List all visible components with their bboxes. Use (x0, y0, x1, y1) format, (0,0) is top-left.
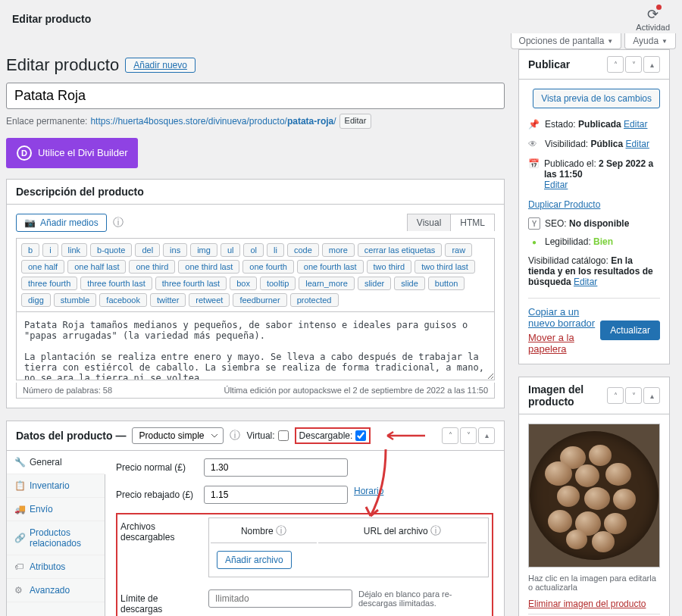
preview-changes-button[interactable]: Vista previa de los cambios (533, 89, 660, 108)
quicktag-digg[interactable]: digg (21, 293, 51, 307)
update-button[interactable]: Actualizar (600, 321, 660, 340)
tab-linked[interactable]: 🔗Productos relacionados (7, 521, 105, 555)
edit-visibility-link[interactable]: Editar (626, 139, 649, 149)
help-icon[interactable]: ⓘ (276, 524, 286, 536)
quicktag-i[interactable]: i (42, 243, 58, 257)
product-image-thumbnail[interactable] (528, 424, 660, 568)
quicktag-img[interactable]: img (190, 243, 217, 257)
quicktag-feedburner[interactable]: feedburner (233, 293, 286, 307)
quicktag-twitter[interactable]: twitter (150, 293, 186, 307)
help-tab[interactable]: Ayuda (624, 33, 676, 49)
panel-up-button[interactable]: ˄ (607, 387, 624, 404)
panel-toggle-button[interactable]: ▴ (643, 387, 660, 404)
quicktag-facebook[interactable]: facebook (99, 293, 147, 307)
panel-down-button[interactable]: ˅ (625, 387, 642, 404)
quicktag-cerrar-las-etiquetas[interactable]: cerrar las etiquetas (358, 243, 443, 257)
edit-status-link[interactable]: Editar (624, 119, 647, 130)
quicktag-one-third[interactable]: one third (129, 260, 175, 274)
panel-down-button[interactable]: ˅ (625, 56, 642, 73)
divi-builder-button[interactable]: D Utilice el Divi Builder (6, 138, 138, 168)
add-file-button[interactable]: Añadir archivo (217, 551, 292, 569)
panel-toggle-button[interactable]: ▴ (478, 427, 495, 444)
quicktag-raw[interactable]: raw (445, 243, 472, 257)
tab-shipping[interactable]: 🚚Envío (7, 498, 105, 521)
quicktag-two-third-last[interactable]: two third last (415, 260, 475, 274)
add-media-button[interactable]: 📷 Añadir medios (16, 214, 107, 232)
html-tab[interactable]: HTML (451, 214, 494, 231)
edit-catalog-link[interactable]: Editar (574, 277, 597, 287)
product-type-select[interactable]: Producto simple (132, 427, 224, 444)
help-icon[interactable]: ⓘ (230, 429, 240, 442)
quicktag-link[interactable]: link (61, 243, 88, 257)
quicktag-one-half-last[interactable]: one half last (67, 260, 126, 274)
quicktag-one-third-last[interactable]: one third last (178, 260, 239, 274)
quicktag-two-third[interactable]: two third (367, 260, 412, 274)
quicktag-three-fourth[interactable]: three fourth (21, 277, 77, 290)
downloadable-checkbox-label[interactable]: Descargable: (295, 427, 371, 444)
help-icon[interactable]: ⓘ (430, 524, 441, 536)
panel-up-button[interactable]: ˄ (442, 427, 458, 444)
download-limit-input[interactable] (208, 589, 352, 608)
quicktag-three-fourth-last[interactable]: three fourth last (80, 277, 152, 290)
gear-icon: ⚙ (14, 585, 25, 596)
quicktag-more[interactable]: more (322, 243, 355, 257)
quicktag-button[interactable]: button (428, 277, 465, 290)
word-count: Número de palabras: 58 (23, 386, 112, 395)
quicktag-slide[interactable]: slide (394, 277, 425, 290)
downloads-table: Nombre ⓘ URL del archivo ⓘ Añadir archiv… (208, 518, 489, 577)
quicktag-protected[interactable]: protected (290, 293, 339, 307)
add-new-button[interactable]: Añadir nuevo (125, 58, 196, 73)
calendar-icon: 📅 (528, 158, 540, 169)
quicktag-tooltip[interactable]: tooltip (260, 277, 296, 290)
help-icon[interactable]: ⓘ (113, 216, 124, 230)
panel-toggle-button[interactable]: ▴ (643, 56, 660, 73)
content-editor[interactable]: Patata Roja tamaños medianos y pequeños,… (16, 312, 495, 380)
move-to-trash-link[interactable]: Mover a la papelera (528, 332, 600, 355)
quicktag-learn_more[interactable]: learn_more (299, 277, 355, 290)
visual-tab[interactable]: Visual (408, 214, 451, 231)
edit-slug-button[interactable]: Editar (339, 114, 372, 129)
quicktag-ol[interactable]: ol (243, 243, 264, 257)
copy-draft-link[interactable]: Copiar a un nuevo borrador (528, 306, 600, 329)
tab-general[interactable]: 🔧General (7, 451, 105, 474)
sale-price-label: Precio rebajado (£) (116, 486, 198, 500)
schedule-link[interactable]: Horario (354, 486, 383, 496)
activity-button[interactable]: ⟳ Actividad (636, 6, 670, 32)
tab-attributes[interactable]: 🏷Atributos (7, 555, 105, 579)
quicktag-ul[interactable]: ul (221, 243, 241, 257)
quicktag-retweet[interactable]: retweet (189, 293, 230, 307)
quicktag-stumble[interactable]: stumble (54, 293, 97, 307)
quicktag-one-half[interactable]: one half (21, 260, 64, 274)
edit-date-link[interactable]: Editar (544, 180, 568, 190)
quicktag-one-fourth-last[interactable]: one fourth last (297, 260, 364, 274)
tab-inventory[interactable]: 📋Inventario (7, 474, 105, 498)
tab-advanced[interactable]: ⚙Avanzado (7, 579, 105, 602)
screen-options-tab[interactable]: Opciones de pantalla (511, 33, 622, 49)
downloadable-checkbox[interactable] (355, 430, 366, 441)
duplicate-product-link[interactable]: Duplicar Producto (528, 199, 600, 210)
quicktag-slider[interactable]: slider (358, 277, 391, 290)
quicktag-b-quote[interactable]: b-quote (90, 243, 132, 257)
description-box-title: Descripción del producto (16, 186, 144, 198)
quicktag-b[interactable]: b (21, 243, 39, 257)
quicktag-ins[interactable]: ins (163, 243, 187, 257)
regular-price-input[interactable] (204, 458, 348, 477)
product-image-box-title: Imagen del producto (528, 383, 607, 408)
panel-up-button[interactable]: ˄ (607, 56, 624, 73)
truck-icon: 🚚 (14, 504, 25, 514)
quicktag-li[interactable]: li (267, 243, 284, 257)
product-title-input[interactable] (6, 83, 505, 109)
quicktag-box[interactable]: box (230, 277, 257, 290)
sale-price-input[interactable] (204, 486, 348, 504)
virtual-checkbox-label[interactable]: Virtual: (246, 430, 288, 441)
panel-down-button[interactable]: ˅ (460, 427, 477, 444)
red-arrow-left-icon (381, 430, 427, 441)
quicktag-del[interactable]: del (135, 243, 160, 257)
permalink-url[interactable]: https://huerta4bosques.store/divinueva/p… (90, 116, 336, 127)
quicktag-one-fourth[interactable]: one fourth (242, 260, 294, 274)
virtual-checkbox[interactable] (278, 430, 289, 441)
quicktag-code[interactable]: code (287, 243, 319, 257)
remove-image-link[interactable]: Eliminar imagen del producto (528, 599, 646, 609)
quicktag-three-fourth-last[interactable]: three fourth last (155, 277, 227, 290)
publish-box-title: Publicar (528, 58, 570, 70)
